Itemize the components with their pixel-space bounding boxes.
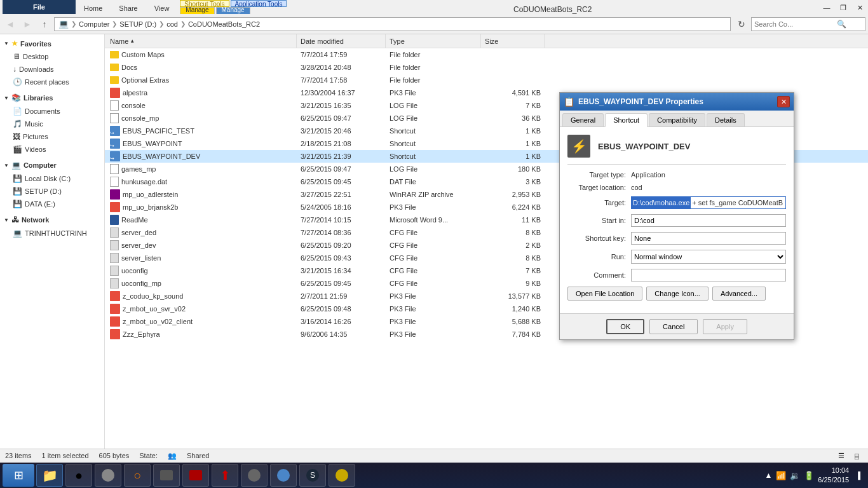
sidebar-item-recent[interactable]: 🕒 Recent places <box>0 76 104 88</box>
dialog-tab-general[interactable]: General <box>562 113 604 126</box>
steam-taskbar-icon: S <box>305 468 320 483</box>
svg-rect-1 <box>160 470 173 480</box>
col-header-date[interactable]: Date modified <box>297 34 386 48</box>
sidebar-setup-d-label: SETUP (D:) <box>25 187 62 195</box>
taskbar-app-9[interactable] <box>270 464 297 487</box>
svg-point-4 <box>277 469 290 482</box>
tab-view[interactable]: View <box>146 1 178 14</box>
target-highlighted-part[interactable]: D:\cod\mohaa.exe <box>632 197 691 208</box>
forward-button[interactable]: ► <box>20 17 35 31</box>
sidebar-item-downloads[interactable]: ↓ Downloads <box>0 63 104 76</box>
clock[interactable]: 10:04 6/25/2015 <box>818 466 849 485</box>
restore-button[interactable]: ❐ <box>835 1 851 14</box>
tab-home[interactable]: Home <box>76 1 111 14</box>
favorites-label: Favorites <box>20 40 51 48</box>
network-icon: 🖧 <box>11 215 19 224</box>
taskbar-app-8[interactable] <box>241 464 268 487</box>
tab-manage-shortcut[interactable]: Manage <box>180 7 214 14</box>
breadcrumb-folder[interactable]: CoDUOMeatBots_RC2 <box>188 20 260 28</box>
table-row[interactable]: Docs 3/28/2014 20:48 File folder <box>105 61 868 74</box>
taskbar-app-explorer[interactable]: 📁 <box>36 464 63 487</box>
sidebar-item-pictures[interactable]: 🖼 Pictures <box>0 130 104 143</box>
dialog-tab-shortcut[interactable]: Shortcut <box>605 113 648 127</box>
tray-volume-icon[interactable]: 🔉 <box>790 471 800 480</box>
cancel-button[interactable]: Cancel <box>649 319 698 334</box>
close-button[interactable]: ✕ <box>851 1 868 14</box>
start-in-input[interactable] <box>631 214 786 227</box>
libraries-section[interactable]: ▼ 📚 Libraries <box>0 91 104 105</box>
breadcrumb-drive[interactable]: SETUP (D:) <box>119 20 156 28</box>
sidebar-item-setup-d[interactable]: 💾 SETUP (D:) <box>0 185 104 198</box>
sidebar-item-network-pc[interactable]: 💻 TRINHTHUCTRINH <box>0 227 104 240</box>
sidebar-item-documents[interactable]: 📄 Documents <box>0 105 104 118</box>
search-input[interactable] <box>754 20 837 28</box>
tab-share[interactable]: Share <box>111 1 146 14</box>
data-e-icon: 💾 <box>13 200 22 208</box>
field-target-location: Target location: cod <box>567 184 786 191</box>
tray-expand-button[interactable]: ▲ <box>764 471 772 480</box>
sidebar-item-desktop[interactable]: 🖥 Desktop <box>0 50 104 63</box>
minimize-button[interactable]: — <box>818 1 835 14</box>
address-bar[interactable]: 💻 ❯ Computer ❯ SETUP (D:) ❯ cod ❯ CoDUOM… <box>54 17 731 31</box>
shortcut-key-input[interactable] <box>631 232 786 245</box>
sidebar-downloads-label: Downloads <box>19 65 53 73</box>
run-select[interactable]: Normal windowMinimizedMaximized <box>631 250 786 264</box>
dialog-body: ⚡ EBUS_WAYPOINT_DEV Target type: Applica… <box>560 127 794 313</box>
taskbar-app-chrome[interactable]: ● <box>65 464 92 487</box>
app5-taskbar-icon <box>159 468 174 483</box>
taskbar-app-steam[interactable]: S <box>299 464 326 487</box>
tray-power-icon[interactable]: 🔋 <box>804 471 814 480</box>
taskbar-app-5[interactable] <box>153 464 180 487</box>
computer-section[interactable]: ▼ 💻 Computer <box>0 158 104 172</box>
file-size-status: 605 bytes <box>99 452 130 460</box>
breadcrumb-computer[interactable]: Computer <box>79 20 109 28</box>
col-header-type[interactable]: Type <box>386 34 481 48</box>
breadcrumb-sep-4: ❯ <box>180 20 186 27</box>
taskbar-app-blender[interactable]: ○ <box>124 464 151 487</box>
dialog-close-button[interactable]: ✕ <box>777 96 790 107</box>
tray-network-icon[interactable]: 📶 <box>776 471 786 480</box>
open-location-button[interactable]: Open File Location <box>567 287 642 301</box>
change-icon-button[interactable]: Change Icon... <box>646 287 709 301</box>
ok-button[interactable]: OK <box>606 319 644 334</box>
breadcrumb-sep-3: ❯ <box>159 20 164 27</box>
table-row[interactable]: Custom Maps 7/7/2014 17:59 File folder <box>105 48 868 61</box>
apply-button[interactable]: Apply <box>703 319 747 334</box>
downloads-icon: ↓ <box>13 65 17 74</box>
svg-text:S: S <box>310 471 315 480</box>
details-view-btn[interactable]: ☰ <box>835 451 848 462</box>
large-icon-view-btn[interactable]: ⌸ <box>850 451 863 462</box>
network-section[interactable]: ▼ 🖧 Network <box>0 213 104 227</box>
tab-manage-app[interactable]: Manage <box>216 7 250 14</box>
taskbar-app-filezilla[interactable]: ⬆ <box>212 464 238 487</box>
col-header-size[interactable]: Size <box>481 34 545 48</box>
advanced-button[interactable]: Advanced... <box>712 287 766 301</box>
up-button[interactable]: ↑ <box>37 17 52 31</box>
sidebar-item-videos[interactable]: 🎬 Videos <box>0 143 104 156</box>
start-button[interactable]: ⊞ <box>3 464 34 487</box>
taskbar-app-3[interactable] <box>95 464 121 487</box>
sidebar-item-data-e[interactable]: 💾 DATA (E:) <box>0 198 104 210</box>
dialog-tab-compatibility[interactable]: Compatibility <box>649 113 705 126</box>
properties-dialog[interactable]: 📋 EBUS_WAYPOINT_DEV Properties ✕ General… <box>559 92 794 340</box>
file-button[interactable]: File <box>33 3 45 11</box>
dialog-tab-details[interactable]: Details <box>707 113 745 126</box>
show-desktop-button[interactable]: ▐ <box>855 471 860 479</box>
taskbar-app-11[interactable] <box>329 464 355 487</box>
col-header-name[interactable]: Name ▲ <box>106 34 297 48</box>
app3-taskbar-icon <box>100 468 116 483</box>
sidebar-network-pc-label: TRINHTHUCTRINH <box>25 229 87 237</box>
computer-triangle: ▼ <box>4 163 9 168</box>
sidebar-item-music[interactable]: 🎵 Music <box>0 118 104 130</box>
breadcrumb-cod[interactable]: cod <box>166 20 178 28</box>
favorites-section[interactable]: ▼ ★ Favorites <box>0 37 104 50</box>
comment-input[interactable] <box>631 269 786 281</box>
target-label: Target: <box>567 199 631 207</box>
sidebar-item-local-disk[interactable]: 💾 Local Disk (C:) <box>0 172 104 185</box>
back-button[interactable]: ◄ <box>3 17 18 31</box>
refresh-button[interactable]: ↻ <box>734 17 749 31</box>
sidebar-desktop-label: Desktop <box>23 53 48 60</box>
search-bar[interactable]: 🔍 <box>751 17 865 31</box>
taskbar-app-6[interactable] <box>182 464 209 487</box>
table-row[interactable]: Optional Extras 7/7/2014 17:58 File fold… <box>105 74 868 86</box>
